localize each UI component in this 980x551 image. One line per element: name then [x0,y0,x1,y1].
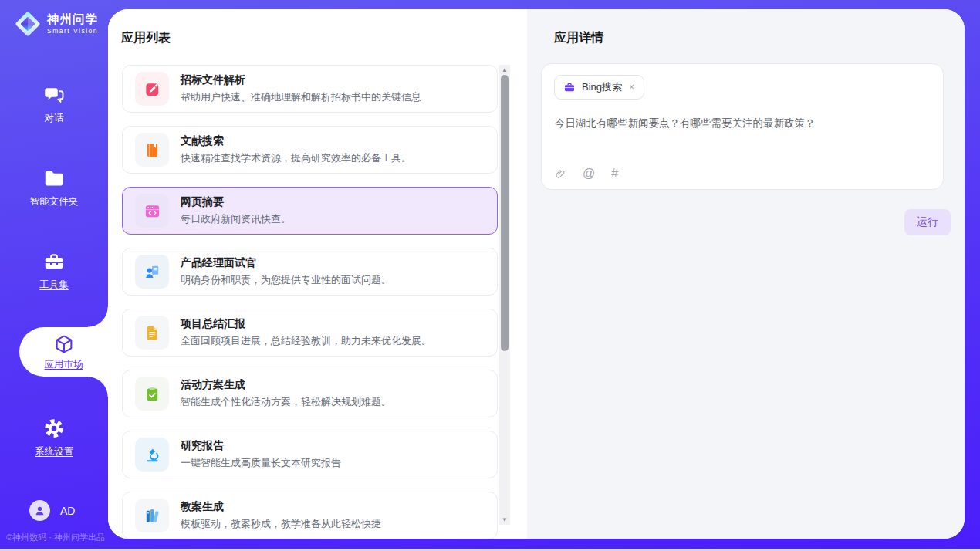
app-frame: 神州问学 Smart Vision 对话 智能文件夹 [0,0,980,551]
app-card-selected[interactable]: 网页摘要 每日政府新闻资讯快查。 [122,187,498,235]
avatar [29,500,50,521]
app-detail-title: 应用详情 [554,30,603,46]
run-button[interactable]: 运行 [904,209,951,235]
attachment-toolbar: @ # [555,167,618,181]
sidebar-item-chat[interactable]: 对话 [0,83,108,125]
sidebar-item-label: 智能文件夹 [30,195,79,208]
at-icon[interactable]: @ [583,167,595,181]
app-card-name: 产品经理面试官 [181,256,391,270]
toolbox-icon [42,250,66,273]
tool-tag-label: Bing搜索 [582,80,622,94]
brand-name: 神州问学 [47,13,98,25]
sidebar-item-label: 工具集 [39,279,69,292]
sidebar-item-label: 对话 [45,112,64,125]
book-icon [135,133,169,167]
clipboard-check-icon [135,377,169,411]
app-card-desc: 一键智能生成高质量长文本研究报告 [181,456,341,470]
microscope-icon [135,438,169,472]
user-initials: AD [60,505,75,517]
gem-logo-icon [14,10,42,38]
app-card[interactable]: 教案生成 模板驱动，教案秒成，教学准备从此轻松快捷 [122,492,498,539]
sidebar-item-app-market[interactable]: 应用市场 [19,327,108,377]
app-card-name: 项目总结汇报 [181,317,431,331]
chat-icon [42,83,66,106]
edit-doc-icon [135,72,169,106]
list-scrollbar[interactable]: ▲ ▼ [499,65,510,525]
app-card-name: 文献搜索 [181,134,411,148]
sidebar-item-smart-folder[interactable]: 智能文件夹 [0,167,108,208]
app-list-title: 应用列表 [121,30,171,46]
app-card-list: 招标文件解析 帮助用户快速、准确地理解和解析招标书中的关键信息 文 [122,65,498,539]
scroll-down-icon[interactable]: ▼ [499,515,510,525]
scrollbar-thumb[interactable] [501,75,509,351]
app-card[interactable]: 招标文件解析 帮助用户快速、准确地理解和解析招标书中的关键信息 [122,65,498,113]
app-list-panel: 应用列表 招标文件解析 帮助用户快速、准确地理解和解析招标书中的关键信息 [108,9,527,539]
app-card-desc: 每日政府新闻资讯快查。 [181,212,291,226]
folder-icon [42,167,66,190]
app-card-desc: 模板驱动，教案秒成，教学准备从此轻松快捷 [181,517,381,531]
app-card[interactable]: 产品经理面试官 明确身份和职责，为您提供专业性的面试问题。 [122,248,498,296]
app-card-desc: 全面回顾项目进展，总结经验教训，助力未来优化发展。 [181,334,431,348]
copyright-text: ©神州数码 · 神州问学出品 [0,532,116,543]
app-card-name: 招标文件解析 [181,73,421,87]
app-card-name: 研究报告 [181,439,341,453]
sidebar-item-label: 应用市场 [45,358,83,371]
hash-icon[interactable]: # [611,167,618,181]
app-card-name: 网页摘要 [181,195,291,209]
sidebar-item-label: 系统设置 [35,445,73,458]
books-icon [135,499,169,532]
sidebar: 神州问学 Smart Vision 对话 智能文件夹 [0,0,108,551]
user-account[interactable]: AD [29,500,75,521]
interviewer-icon [135,255,169,289]
gear-icon [42,417,66,440]
app-detail-panel: 应用详情 Bing搜索 × 今日湖北有哪些新闻要点？有哪些需要关注的最新政策？ [527,9,965,539]
paperclip-icon[interactable] [555,167,566,181]
brand-logo: 神州问学 Smart Vision [14,10,98,38]
app-card-desc: 明确身份和职责，为您提供专业性的面试问题。 [181,273,391,287]
close-icon[interactable]: × [628,82,635,93]
sidebar-item-settings[interactable]: 系统设置 [0,417,108,458]
app-card-name: 教案生成 [181,500,381,514]
app-card-desc: 智能生成个性化活动方案，轻松解决规划难题。 [181,395,391,409]
tool-tag-bing-search[interactable]: Bing搜索 × [554,75,644,100]
app-card-desc: 快速精准查找学术资源，提高研究效率的必备工具。 [181,151,411,165]
app-card-desc: 帮助用户快速、准确地理解和解析招标书中的关键信息 [181,90,421,104]
app-card[interactable]: 活动方案生成 智能生成个性化活动方案，轻松解决规划难题。 [122,370,498,417]
app-card[interactable]: 项目总结汇报 全面回顾项目进展，总结经验教训，助力未来优化发展。 [122,309,498,357]
prompt-input-card[interactable]: Bing搜索 × 今日湖北有哪些新闻要点？有哪些需要关注的最新政策？ @ # [541,63,944,190]
app-card-name: 活动方案生成 [181,378,391,392]
sidebar-item-toolset[interactable]: 工具集 [0,250,108,292]
cube-icon [53,333,75,355]
main-content: 应用列表 招标文件解析 帮助用户快速、准确地理解和解析招标书中的关键信息 [108,9,965,539]
prompt-text[interactable]: 今日湖北有哪些新闻要点？有哪些需要关注的最新政策？ [555,117,931,130]
app-card[interactable]: 研究报告 一键智能生成高质量长文本研究报告 [122,431,498,478]
app-card[interactable]: 文献搜索 快速精准查找学术资源，提高研究效率的必备工具。 [122,126,498,174]
briefcase-icon [563,81,576,93]
report-doc-icon [135,316,169,350]
browser-code-icon [135,194,169,228]
brand-subtitle: Smart Vision [47,28,98,35]
scroll-up-icon[interactable]: ▲ [499,65,510,75]
